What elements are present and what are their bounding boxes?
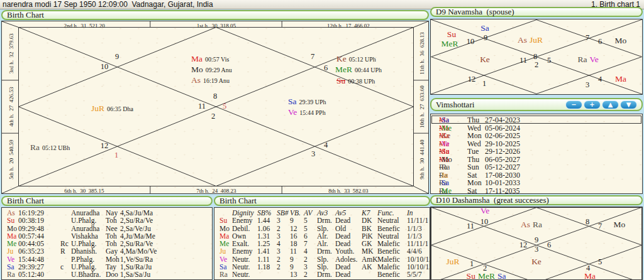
dasha-period-row[interactable]: Ma-MeWed05-06-2024 bbox=[431, 124, 641, 132]
house-number: 9 bbox=[484, 32, 487, 42]
chart-labels: SaSuMeR109AsJuR76MoKe11852RaVe12134Ma bbox=[431, 19, 642, 94]
edge-label-right: 10th h. 27 633.60 bbox=[416, 85, 426, 128]
vimshottari-toolbar: −+▲▼ bbox=[564, 100, 637, 109]
house-number: 12 bbox=[519, 239, 528, 249]
planet-dignity-row: VeNeutr.1.11292Slp.Adoles.AmKMalefic10/1… bbox=[214, 256, 430, 263]
chart-person-info: narendra modi 17 Sep 1950 12:09:00 Vadna… bbox=[3, 0, 213, 9]
house-number: 8 bbox=[213, 90, 217, 100]
house-number: 9 bbox=[115, 51, 119, 61]
dasha-period-row[interactable]: Ma-VeWed29-10-2025 bbox=[431, 139, 641, 148]
edge-label-right: 11th h. 36 628.13 bbox=[416, 32, 426, 74]
planet-label: MeR bbox=[441, 38, 458, 48]
edge-label-top: 1st h. 30 318.05 bbox=[197, 21, 236, 30]
panel-title: D9 Navamsha (spouse) bbox=[436, 7, 514, 16]
chart-d10-dashamsha[interactable]: Ve1110AsRa87Mo12963JuR12KeSuMeRSa54Ma bbox=[430, 207, 643, 280]
house-number: 12 bbox=[101, 140, 109, 150]
house-number: 3 bbox=[311, 148, 315, 158]
planet-dignity-row: MaOwn1.313166Alr.DeadPiKNeutral1/1/3 bbox=[214, 232, 430, 240]
panel-planet-dignity: Birth Chart DignitySB%SB#VB.AVAv3Av5K7Fu… bbox=[214, 196, 430, 280]
panel-vimshottari: Vimshottari −+▲▼ Ma-SaThu27-04-2023Ma-Me… bbox=[430, 98, 643, 194]
house-number: 12 bbox=[468, 73, 476, 83]
house-number: 4 bbox=[324, 139, 328, 149]
edge-label-top: 2nd h. 31 521.20 bbox=[64, 21, 104, 30]
planet-dignity-row: RaNeutr.132Drm.DeadBenefic5/5/7 bbox=[214, 271, 430, 278]
vimshottari-scroll-down-button[interactable]: ▼ bbox=[620, 100, 637, 109]
house-number: 11 bbox=[467, 220, 474, 230]
edge-label-bottom: 7th h. 24 408.23 bbox=[196, 185, 236, 194]
edge-label-left: 5th h. 20 540.59 bbox=[5, 139, 15, 179]
planet-label: Ve bbox=[480, 207, 489, 215]
planet-position-row: Ju06:35:23RDhanish.Gay4,Ma/Mo/Ve bbox=[2, 247, 212, 255]
planet-label: Mo09:29 Anu bbox=[191, 64, 232, 74]
dasha-period-row[interactable]: Ra-RaSun05-12-2027 bbox=[431, 163, 641, 171]
planet-dignity-row: MeExalt.1.254187Alr.DeadGKMalefic11/11/1 bbox=[214, 240, 430, 247]
panel-title: Vimshottari bbox=[436, 100, 474, 109]
planet-position-row: Me00:44:05RcU.Phalg.Toh2,Su/Ra/Ve bbox=[2, 240, 212, 247]
dasha-period-list: Ma-SaThu27-04-2023Ma-MeWed05-06-2024Ma-K… bbox=[430, 114, 643, 194]
house-number: 4 bbox=[598, 73, 602, 83]
panel-planet-positions: Birth Chart As16:19:29AnuradhaNay4,Sa/Ju… bbox=[1, 196, 213, 280]
chart-d9-navamsha[interactable]: SaSuMeR109AsJuR76MoKe11852RaVe12134Ma bbox=[430, 19, 643, 95]
dasha-period-row[interactable]: Ra-JuSat17-08-2030 bbox=[431, 171, 641, 179]
dasha-period-row[interactable]: Ma-SaThu27-04-2023 bbox=[431, 116, 641, 124]
dasha-period-row[interactable]: Ma-KeMon02-06-2025 bbox=[431, 131, 641, 139]
panel-d10-dashamsha: D10 Dashamsha (great successes) Ve1110As… bbox=[430, 195, 643, 280]
house-number: 6 bbox=[598, 36, 602, 46]
panel-birth-chart: Birth Chart 910768115212143Ma00:57 VisMo… bbox=[1, 10, 429, 194]
house-number: 3 bbox=[586, 79, 589, 89]
panel-title: Birth Chart bbox=[219, 196, 257, 205]
panel-header-d9: D9 Navamsha (spouse) bbox=[430, 7, 643, 17]
chart-labels: 910768115212143Ma00:57 VisMo09:29 AnuAs1… bbox=[2, 21, 428, 193]
dasha-period-row[interactable]: Ra-MeSat17-11-2035 bbox=[431, 186, 641, 194]
planet-dignity-row: SuEnemy1.44395Drm.DeadDKNeutral11/11/1 bbox=[214, 217, 430, 224]
house-number: 7 bbox=[598, 220, 602, 230]
planet-label: Su00:38 UPh bbox=[336, 75, 375, 85]
planet-label: Ma00:57 Vis bbox=[191, 53, 229, 63]
house-number: 1 bbox=[470, 258, 474, 268]
planet-label: Ke bbox=[531, 256, 541, 266]
edge-label-bottom: 8th h. 33 582.03 bbox=[328, 185, 368, 194]
house-number: 10 bbox=[467, 36, 475, 46]
planet-position-row: Su00:38:19U.Phalg.Toh2,Su/Ra/Ve bbox=[2, 217, 212, 224]
house-number: 1 bbox=[482, 78, 486, 88]
panel-header-planet-dignity: Birth Chart bbox=[214, 196, 430, 206]
planet-label: Sa bbox=[480, 23, 489, 33]
planet-label: RaVe bbox=[577, 54, 598, 64]
planet-label: AsRa bbox=[521, 219, 542, 229]
planet-label: As16:19 Anu bbox=[191, 75, 230, 85]
house-number: 1 bbox=[114, 149, 118, 159]
house-number: 2 bbox=[211, 110, 215, 121]
chart-labels: Ve1110AsRa87Mo12963JuR12KeSuMeRSa54Ma bbox=[431, 207, 642, 279]
planet-position-row: Sa29:39:27cU.Phalg.Tay1,Su/Ra/Ju bbox=[2, 263, 212, 271]
house-number: 6 bbox=[324, 62, 328, 72]
house-number: 7 bbox=[311, 51, 314, 61]
dasha-period-row[interactable]: Ma-MoThu06-05-2027 bbox=[431, 155, 641, 163]
planet-positions-table: As16:19:29AnuradhaNay4,Sa/Ju/MaSu00:38:1… bbox=[1, 207, 213, 280]
house-number: 9 bbox=[535, 234, 538, 244]
planet-position-row: Ra05:12:40U.Bhadra.Doo1,Sa/Sa/Ju bbox=[2, 271, 212, 278]
house-number: 5 bbox=[547, 55, 551, 65]
house-number: 6 bbox=[547, 239, 551, 249]
chart-d1-rasi[interactable]: 910768115212143Ma00:57 VisMo09:29 AnuAs1… bbox=[1, 21, 429, 194]
planet-label: Mo bbox=[614, 219, 626, 229]
planet-position-row: Ve15:44:48P.Phalg.Moh1,Ve/Su/Ra bbox=[2, 256, 212, 263]
house-number: 7 bbox=[586, 32, 589, 42]
dasha-period-row[interactable]: Ra-SaMon10-01-2033 bbox=[431, 178, 641, 186]
vimshottari-collapse-button[interactable]: − bbox=[565, 100, 582, 109]
panel-d9-navamsha: D9 Navamsha (spouse) SaSuMeR109AsJuR76Mo… bbox=[430, 7, 643, 95]
vimshottari-scroll-up-button[interactable]: ▲ bbox=[602, 100, 619, 109]
house-number: 11 bbox=[198, 100, 206, 110]
planet-dignity-row: MoDebil.1.062125Slp.OldBKBenefic1/1/3 bbox=[214, 225, 430, 232]
app-window: narendra modi 17 Sep 1950 12:09:00 Vadna… bbox=[0, 0, 644, 280]
panel-title: D10 Dashamsha (great successes) bbox=[436, 195, 549, 205]
edge-label-bottom: 6th h. 30 385.15 bbox=[64, 185, 104, 194]
planet-label: Su bbox=[447, 29, 456, 39]
edge-label-right: 9th h. 30 441.40 bbox=[416, 139, 426, 179]
panel-title: Birth Chart bbox=[7, 196, 44, 205]
planet-label: JuR bbox=[446, 256, 459, 266]
planet-label: MeR00:44 UPh bbox=[335, 64, 382, 74]
vimshottari-expand-button[interactable]: + bbox=[584, 100, 601, 109]
dasha-period-row[interactable]: Ma-SuTue29-12-2026 bbox=[431, 147, 641, 155]
edge-label-left: 3rd h. 32 379.63 bbox=[5, 33, 15, 73]
house-number: 11 bbox=[519, 55, 527, 65]
